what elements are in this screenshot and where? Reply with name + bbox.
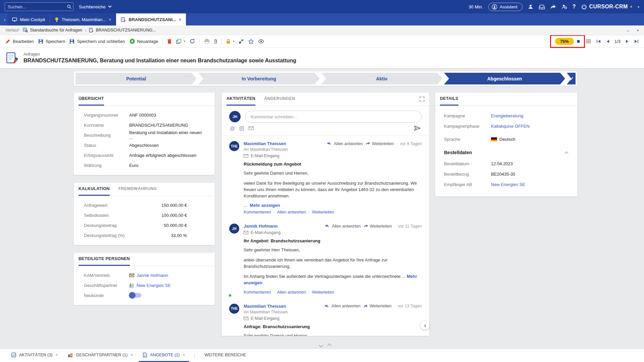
forward-share-icon[interactable] (550, 4, 556, 9)
close-icon[interactable]: × (109, 17, 111, 22)
stage-complete-check-icon[interactable] (567, 73, 576, 84)
lock-caret-icon[interactable]: ▾ (233, 40, 235, 43)
forward-action[interactable]: Weiterleiten (363, 304, 392, 308)
kommentieren-link[interactable]: Kommentieren (244, 210, 271, 215)
weiterleiten-link[interactable]: Weiterleiten (306, 290, 334, 295)
neukunde-toggle[interactable] (129, 293, 141, 298)
stage-in-vorbereitung[interactable]: In Vorbereitung (198, 73, 319, 84)
neuanlage-button[interactable]: Neuanlage (130, 39, 158, 44)
breadcrumb-item-record[interactable]: BRANDSCHUTZSANIERUNG... (89, 28, 156, 33)
search-areas-dropdown[interactable]: Suchbereiche (79, 4, 112, 9)
user-icon[interactable] (528, 4, 533, 9)
bottom-tab-geschaeftspartner[interactable]: GESCHÄFTSPARTNER (1) × (64, 349, 137, 362)
activity-feed[interactable]: THE Maximilian Theissen Allen antworten … (222, 135, 429, 336)
tab-uebersicht[interactable]: ÜBERSICHT (79, 93, 104, 106)
help-icon[interactable]: ? (573, 4, 576, 10)
activity-item[interactable]: THE Maximilian Theissen Allen antworten … (222, 135, 429, 218)
global-search[interactable] (5, 2, 73, 11)
task-note-icon[interactable] (240, 126, 244, 131)
inbox-icon[interactable] (539, 4, 545, 9)
next-page-icon[interactable] (626, 39, 629, 44)
more-sections-icon[interactable]: ⋮ (192, 353, 197, 358)
tab-details[interactable]: DETAILS (440, 93, 458, 106)
activity-item[interactable]: JH Jannik Hofmann Allen antworten (222, 218, 429, 298)
breadcrumb-item-search[interactable]: Standardsuche für Anfragen (23, 28, 82, 33)
close-icon[interactable]: × (55, 353, 58, 357)
brand-caret-icon[interactable]: ▾ (638, 5, 639, 9)
visibility-eye-icon[interactable] (258, 39, 264, 44)
allen-antworten-link[interactable]: Allen antworten (271, 290, 306, 295)
tab-kalkulation[interactable]: KALKULATION (79, 183, 110, 196)
reply-all-action[interactable]: Allen antworten (325, 304, 360, 308)
mail-icon (244, 231, 248, 234)
favorite-star-icon[interactable] (248, 39, 254, 44)
tab-beteiligte-personen[interactable]: BETEILIGTE PERSONEN (79, 253, 130, 266)
weiterleiten-link[interactable]: Weiterleiten (306, 210, 334, 215)
activity-author-link[interactable]: Jannik Hofmann (244, 224, 278, 229)
tab-aktivitaeten[interactable]: AKTIVITÄTEN (227, 93, 255, 106)
mention-icon[interactable]: @ (230, 125, 235, 131)
geschaeftspartner-link[interactable]: New Energies SE (137, 283, 171, 288)
history-back-icon[interactable]: ← (626, 27, 631, 33)
stage-abgeschlossen[interactable]: Abgeschlossen (444, 73, 565, 84)
assistant-button[interactable]: Assistent (488, 3, 523, 11)
splitter-up-icon[interactable] (327, 343, 332, 348)
last-page-icon[interactable] (634, 39, 639, 44)
send-icon[interactable] (414, 126, 420, 131)
expand-fullscreen-icon[interactable] (419, 97, 425, 102)
prev-page-icon[interactable] (606, 39, 609, 44)
tab-brandschutzsanierung[interactable]: BRANDSCHUTZSANI... × (116, 13, 186, 25)
reply-all-action[interactable]: Allen antworten (325, 224, 361, 229)
activity-author-link[interactable]: Maximilian Theissen (244, 304, 286, 309)
close-icon[interactable]: × (183, 353, 185, 357)
activity-item[interactable]: THE Maximilian Theissen Allen antworten … (222, 298, 429, 336)
speichern-und-schliessen-button[interactable]: Speichern und schließen (69, 39, 125, 44)
bottom-tab-weitere-bereiche[interactable]: WEITERE BEREICHE (200, 349, 250, 362)
allen-antworten-link[interactable]: Allen antworten (271, 210, 306, 215)
close-icon[interactable]: × (131, 353, 133, 357)
print-icon[interactable] (204, 39, 210, 44)
kommentieren-link[interactable]: Kommentieren (244, 290, 271, 295)
bottom-tab-angebote[interactable]: ANGEBOTE (1) × (139, 349, 189, 362)
copy-button[interactable]: ▾ (176, 39, 185, 44)
activity-author-link[interactable]: Maximilian Theissen (244, 141, 286, 146)
comment-input[interactable] (245, 111, 422, 123)
menu-icon[interactable] (586, 39, 591, 44)
kam-vertrieb-link[interactable]: Jannik Hofmann (137, 273, 168, 278)
tab-fremdwaehrung[interactable]: FREMDWÄHRUNG (118, 183, 157, 196)
kampagnenphase-link[interactable]: Kaltakquise OFFEN (491, 124, 530, 129)
tab-aenderungen[interactable]: ÄNDERUNGEN (264, 93, 295, 106)
forward-action[interactable]: Weiterleiten (365, 141, 394, 146)
bottom-tab-aktivitaeten[interactable]: AKTIVITÄTEN (3) × (7, 349, 62, 362)
search-icon[interactable] (67, 4, 71, 9)
close-icon[interactable]: × (179, 17, 182, 22)
tab-theissen[interactable]: Theissen, Maximilian... × (50, 13, 116, 25)
user-session-icon[interactable] (561, 4, 567, 9)
workflow-icon[interactable] (239, 39, 244, 44)
copy-caret-icon[interactable]: ▾ (184, 40, 185, 43)
tab-mein-cockpit[interactable]: Mein Cockpit (7, 13, 50, 25)
stage-aktiv[interactable]: Aktiv (321, 73, 442, 84)
progress-badge[interactable]: 75% (555, 38, 574, 45)
bearbeiten-button[interactable]: Bearbeiten (5, 39, 34, 44)
tab-scroll-icon[interactable]: › (2, 17, 7, 22)
paperclip-icon[interactable] (214, 39, 217, 44)
lock-button[interactable]: ▾ (226, 39, 235, 44)
splitter-down-icon[interactable] (319, 343, 323, 348)
delete-icon[interactable] (167, 39, 172, 44)
kampagne-link[interactable]: Energieberatung (491, 113, 523, 118)
collapse-details-button[interactable]: ‹ (420, 321, 430, 330)
forward-action[interactable]: Weiterleiten (363, 224, 392, 229)
search-input[interactable] (8, 4, 67, 9)
refresh-icon[interactable] (190, 39, 195, 44)
toolbar-divider (221, 38, 222, 45)
empfaenger-ab-link[interactable]: New Energies SE (491, 182, 525, 187)
mail-icon[interactable] (249, 126, 254, 130)
reply-all-action[interactable]: Allen antworten (327, 141, 363, 146)
first-page-icon[interactable] (596, 39, 601, 44)
history-dropdown-icon[interactable]: ▾ (637, 28, 639, 32)
mehr-anzeigen-link[interactable]: Mehr anzeigen (250, 203, 280, 208)
collapse-section-icon[interactable] (564, 151, 568, 154)
speichern-button[interactable]: Speichern (38, 39, 65, 44)
stage-potential[interactable]: Potential (76, 73, 197, 84)
